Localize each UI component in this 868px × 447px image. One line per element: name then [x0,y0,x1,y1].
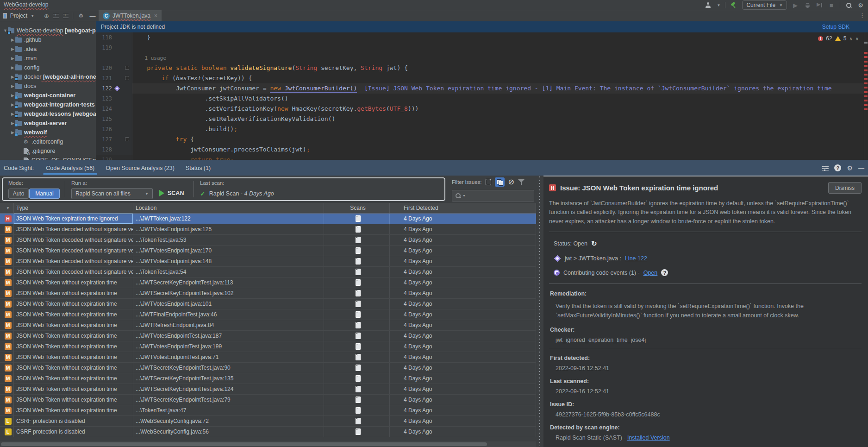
chevron-right-icon[interactable]: ▶ [10,38,15,42]
fold-marker-icon[interactable] [125,76,129,80]
collapse-all-icon[interactable] [63,13,69,19]
mode-auto-button[interactable]: Auto [8,189,29,199]
hide-panel-icon[interactable]: — [89,12,96,19]
chevron-right-icon[interactable]: ▶ [10,56,15,61]
scan-type-dropdown[interactable]: Rapid Scan on all files ▼ [71,188,153,199]
tree-item-webgoat-server[interactable]: ▶webgoat-server [0,119,96,128]
code-line-121[interactable]: 121 if (hasText(secretKey)) { [96,73,868,83]
prev-issue-icon[interactable]: ∧ [849,36,852,41]
table-row[interactable]: LCSRF protection is disabled...\WebSecur… [0,416,536,427]
code-line-126[interactable]: 126 .build(); [96,124,868,134]
editor-gutter[interactable]: 124 [96,104,132,114]
tree-item--editorconfig[interactable]: ⚙.editorconfig [0,137,96,146]
line-link[interactable]: Line 122 [625,255,647,262]
severity-column-header[interactable]: ▼ [0,203,14,213]
editor-gutter[interactable]: 123 [96,94,132,104]
table-row[interactable]: MJSON Web Token decoded without signatur… [0,224,536,235]
table-row[interactable]: MJSON Web Token without expiration time.… [0,309,536,320]
tree-item-webgoat-integration-tests[interactable]: ▶webgoat-integration-tests [0,100,96,109]
filter-dismissed-icon[interactable]: ⊘ [508,178,514,186]
code-line-129[interactable]: 129 return true; [96,155,868,160]
panel-settings-gear-icon[interactable]: ⚙ [847,164,853,172]
filter-all-files-icon[interactable] [495,177,505,187]
error-stripe-scrollbar[interactable] [864,32,868,160]
filter-current-file-icon[interactable] [486,179,491,185]
tab-options-kebab-icon[interactable]: ⋮ [859,12,865,19]
user-icon[interactable] [705,1,712,9]
code-line-123[interactable]: 123 .setSkipAllValidators() [96,94,868,104]
chevron-right-icon[interactable]: ▶ [10,47,15,51]
settings-gear-icon[interactable]: ⚙ [857,1,864,9]
view-options-icon[interactable] [822,166,829,170]
tree-item-docs[interactable]: ▶docs [0,82,96,91]
filter-funnel-icon[interactable] [518,179,525,185]
table-row[interactable]: MJSON Web Token without expiration time.… [0,384,536,395]
setup-sdk-link[interactable]: Setup SDK [822,24,849,30]
code-line-hint[interactable]: 1 usage [96,53,868,63]
code-line-119[interactable]: 119 [96,43,868,53]
table-row[interactable]: MJSON Web Token decoded without signatur… [0,267,536,277]
editor-gutter[interactable]: 119 [96,43,132,53]
table-row[interactable]: MJSON Web Token decoded without signatur… [0,246,536,256]
chevron-right-icon[interactable]: ▶ [10,65,15,70]
editor-gutter[interactable]: 128 [96,145,132,155]
table-row[interactable]: MJSON Web Token without expiration time.… [0,341,536,352]
inspection-widget[interactable]: ! 62 5 ∧ ∨ [816,34,861,43]
dismiss-button[interactable]: Dismiss [828,182,862,194]
table-row[interactable]: MJSON Web Token without expiration time.… [0,320,536,331]
code-line-122[interactable]: 122 JwtConsumer jwtConsumer = new JwtCon… [96,83,868,94]
scan-button[interactable]: SCAN [159,190,184,196]
tree-item-webgoat-develop[interactable]: ▼WebGoat-develop [webgoat-parent] [0,26,96,35]
project-options-gear-icon[interactable]: ⚙ [77,12,85,19]
table-row[interactable]: MJSON Web Token without expiration time.… [0,352,536,363]
code-line-128[interactable]: 128 jwtConsumer.processToClaims(jwt); [96,145,868,155]
user-dropdown-caret-icon[interactable]: ▼ [717,3,720,7]
open-events-link[interactable]: Open [643,270,658,276]
tree-item--mvn[interactable]: ▶.mvn [0,54,96,63]
issue-search-input[interactable]: ▼ [452,190,534,201]
close-tab-icon[interactable]: × [154,13,157,19]
tree-item--idea[interactable]: ▶.idea [0,44,96,54]
code-line-118[interactable]: 118 } [96,32,868,43]
first-detected-column-header[interactable]: First Detected [390,203,536,213]
debug-icon[interactable] [804,1,811,9]
table-row[interactable]: MJSON Web Token decoded without signatur… [0,256,536,267]
help-icon[interactable]: ? [834,164,841,171]
table-row[interactable]: MJSON Web Token without expiration time.… [0,405,536,416]
table-row[interactable]: MJSON Web Token decoded without signatur… [0,235,536,246]
code-line-124[interactable]: 124 .setVerificationKey(new HmacKey(secr… [96,104,868,114]
type-column-header[interactable]: Type [14,203,133,213]
locate-file-icon[interactable]: ⊕ [44,13,49,19]
tab-open-source-analysis-23-[interactable]: Open Source Analysis (23) [100,160,180,176]
editor-gutter[interactable]: 122 [96,83,132,94]
editor-gutter[interactable]: 120 [96,63,132,73]
project-panel-header[interactable]: Project ▼ ⊕ ⚙ — [0,10,96,21]
table-row[interactable]: MJSON Web Token without expiration time.… [0,331,536,341]
tree-item-config[interactable]: ▶config [0,63,96,72]
search-everywhere-icon[interactable] [845,1,852,9]
fold-marker-icon[interactable] [125,137,129,141]
table-row[interactable]: MJSON Web Token without expiration time.… [0,363,536,373]
editor-gutter[interactable]: 127 [96,134,132,145]
code-line-127[interactable]: 127 try { [96,134,868,145]
build-hammer-icon[interactable] [730,1,737,9]
panel-splitter[interactable] [536,176,543,447]
next-issue-icon[interactable]: ∨ [856,36,859,41]
refresh-status-icon[interactable]: ↻ [591,239,597,248]
tree-item-code-of-conduct-md[interactable]: CODE_OF_CONDUCT.md [0,156,96,160]
table-row[interactable]: MJSON Web Token without expiration time.… [0,288,536,299]
editor-gutter[interactable]: 118 [96,32,132,43]
tree-item-webwolf[interactable]: ▶webwolf [0,128,96,137]
installed-version-link[interactable]: Installed Version [627,434,670,441]
table-row[interactable]: MJSON Web Token without expiration time.… [0,373,536,384]
mode-manual-button[interactable]: Manual [29,189,60,199]
fold-marker-icon[interactable] [125,66,129,70]
tab-code-analysis-56-[interactable]: Code Analysis (56) [40,160,100,176]
chevron-right-icon[interactable]: ▶ [10,84,15,88]
editor-tab[interactable]: C JWTToken.java × [99,10,162,21]
tree-item-webgoat-lessons[interactable]: ▶webgoat-lessons [webgoat-lessons [0,109,96,119]
scans-column-header[interactable]: Scans [324,203,390,213]
project-dropdown-caret-icon[interactable]: ▼ [31,14,34,18]
editor-gutter[interactable]: 129 [96,155,132,160]
editor-gutter[interactable]: 126 [96,124,132,134]
